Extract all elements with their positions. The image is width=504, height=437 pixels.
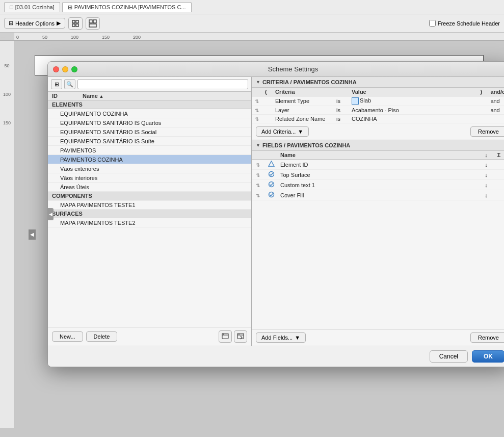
sum-col-header: Σ: [491, 152, 504, 158]
criteria-section-header: ▼ CRITERIA / PAVIMENTOS COZINHA: [252, 77, 504, 88]
field-row[interactable]: ⇅ Cover Fill ↓: [252, 190, 504, 200]
slab-icon: [352, 97, 359, 105]
name-col-header: Name: [280, 152, 481, 158]
add-criteria-button[interactable]: Add Criteria... ▼: [256, 126, 309, 137]
field-name: Top Surface: [280, 172, 481, 178]
components-section-header: COMPONENTS: [48, 192, 251, 200]
list-item[interactable]: Vãos interiores: [48, 173, 251, 183]
list-item[interactable]: Áreas Úteis: [48, 183, 251, 192]
drag-handle-icon[interactable]: ⇅: [256, 172, 260, 178]
right-panel-collapse[interactable]: ◀: [48, 208, 54, 220]
drag-handle-icon[interactable]: ⇅: [256, 183, 260, 188]
zoom-button[interactable]: [86, 17, 100, 30]
drag-handle-icon[interactable]: ⇅: [256, 193, 260, 198]
sort-indicator: ↓: [481, 182, 491, 188]
field-name: Element ID: [280, 162, 481, 168]
add-criteria-label: Add Criteria...: [261, 128, 296, 135]
svg-rect-7: [222, 333, 228, 339]
dialog-titlebar: Scheme Settings: [48, 62, 504, 77]
drag-handle-icon[interactable]: ⇅: [255, 116, 259, 122]
scheme-list: ID Name ELEMENTS EQUIPAMENTO COZINHA EQU…: [48, 92, 251, 327]
list-item[interactable]: EQUIPAMENTO SANITÁRIO IS Social: [48, 127, 251, 137]
fit-button[interactable]: [68, 17, 83, 30]
field-name: Cover Fill: [280, 192, 481, 198]
elements-section-header: ELEMENTS: [48, 100, 251, 109]
list-item[interactable]: MAPA PAVIMENTOS TESTE2: [48, 218, 251, 227]
field-row[interactable]: ⇅ Element ID ↓: [252, 160, 504, 170]
ok-button[interactable]: OK: [472, 350, 504, 363]
search-button[interactable]: 🔍: [64, 79, 75, 89]
field-type-icon: [268, 183, 275, 189]
criteria-row[interactable]: ⇅ Element Type is Slab and: [252, 96, 504, 106]
left-panel-toolbar: ⊞ 🔍: [48, 77, 251, 92]
list-item[interactable]: EQUIPAMENTO SANITÁRIO IS Suíte: [48, 137, 251, 146]
andor-cell: and: [487, 96, 504, 106]
right-panel: ◀ ▼ CRITERIA / PAVIMENTOS COZINHA (: [252, 77, 504, 346]
andor-cell: and: [487, 106, 504, 115]
list-item[interactable]: Vãos exteriores: [48, 164, 251, 173]
dialog-body: ⊞ 🔍 ID Name ELEMENTS EQUIPAMENTO COZINHA…: [48, 77, 504, 346]
fields-collapse-icon[interactable]: ▼: [256, 143, 260, 148]
fields-section-title: FIELDS / PAVIMENTOS COZINHA: [262, 142, 350, 148]
sort-indicator: ↓: [481, 162, 491, 168]
svg-rect-5: [93, 20, 96, 23]
dropdown-icon: ▼: [298, 128, 303, 135]
freeze-label: Freeze Schedule Header: [438, 20, 500, 27]
add-fields-button[interactable]: Add Fields... ▼: [256, 332, 306, 343]
header-options-button[interactable]: ⊞ Header Options ▶: [4, 18, 65, 29]
op-cell: is: [333, 106, 349, 115]
delete-button[interactable]: Delete: [86, 331, 118, 342]
list-item[interactable]: EQUIPAMENTO SANITÁRIO IS Quartos: [48, 118, 251, 127]
horizontal-ruler: 050100150200: [14, 33, 504, 40]
import-button[interactable]: [219, 330, 232, 343]
field-type-icon: [268, 162, 275, 168]
freeze-checkbox[interactable]: [429, 20, 436, 27]
criteria-cell: Related Zone Name: [272, 115, 333, 123]
export-button[interactable]: [234, 330, 247, 343]
criteria-section-title: CRITERIA / PAVIMENTOS COZINHA: [262, 79, 357, 85]
list-item[interactable]: PAVIMENTOS: [48, 146, 251, 155]
header-options-label: Header Options: [15, 20, 55, 27]
fields-table-header: Name ↓ Σ: [252, 151, 504, 160]
collapse-panel-arrow[interactable]: ◀: [29, 229, 36, 240]
fields-body: ⇅ Element ID ↓: [252, 160, 504, 329]
op-cell: is: [333, 96, 349, 106]
scheme-settings-dialog: Scheme Settings ⊞ 🔍 ID Name: [47, 61, 504, 367]
search-input[interactable]: [77, 79, 248, 89]
left-panel-footer: New... Delete: [48, 327, 251, 346]
table-icon: ⊞: [9, 20, 13, 27]
field-row[interactable]: ⇅ Custom text 1 ↓: [252, 180, 504, 190]
fields-footer: Add Fields... ▼ Remove: [252, 329, 504, 346]
svg-rect-0: [72, 20, 75, 23]
field-row[interactable]: ⇅ Top Surface ↓: [252, 170, 504, 180]
remove-criteria-button[interactable]: Remove: [470, 126, 504, 137]
drag-handle-icon[interactable]: ⇅: [255, 108, 259, 113]
cancel-button[interactable]: Cancel: [430, 350, 468, 363]
sort-col-header: ↓: [481, 152, 491, 158]
maximize-button[interactable]: [71, 66, 77, 72]
tab-pavimentos[interactable]: ⊞ PAVIMENTOS COZINHA [PAVIMENTOS C...: [62, 2, 192, 12]
list-item[interactable]: EQUIPAMENTO COZINHA: [48, 109, 251, 118]
minimize-button[interactable]: [62, 66, 68, 72]
criteria-cell: Element Type: [272, 96, 333, 106]
criteria-row[interactable]: ⇅ Related Zone Name is COZINHA: [252, 115, 504, 123]
drag-handle-icon[interactable]: ⇅: [255, 98, 259, 104]
id-column-header: ID: [52, 93, 83, 99]
dropdown-icon: ▼: [295, 335, 300, 341]
drag-handle-icon[interactable]: ⇅: [256, 162, 260, 168]
value-cell: Acabamento - Piso: [349, 106, 477, 115]
criteria-row[interactable]: ⇅ Layer is Acabamento - Piso and: [252, 106, 504, 115]
criteria-cell: Layer: [272, 106, 333, 115]
list-item[interactable]: MAPA PAVIMENTOS TESTE1: [48, 200, 251, 210]
criteria-collapse-icon[interactable]: ▼: [256, 80, 260, 85]
list-item-selected[interactable]: PAVIMENTOS COZINHA: [48, 155, 251, 164]
remove-fields-button[interactable]: Remove: [470, 332, 504, 343]
criteria-footer: Add Criteria... ▼ Remove: [252, 123, 504, 140]
close-button[interactable]: [53, 66, 59, 72]
list-view-button[interactable]: ⊞: [51, 79, 62, 89]
new-button[interactable]: New...: [52, 331, 83, 342]
svg-rect-1: [76, 20, 78, 23]
tab-cozinha[interactable]: □ [03.01 Cozinha]: [4, 2, 60, 12]
fields-section-header: ▼ FIELDS / PAVIMENTOS COZINHA: [252, 140, 504, 151]
value-cell: COZINHA: [349, 115, 477, 123]
